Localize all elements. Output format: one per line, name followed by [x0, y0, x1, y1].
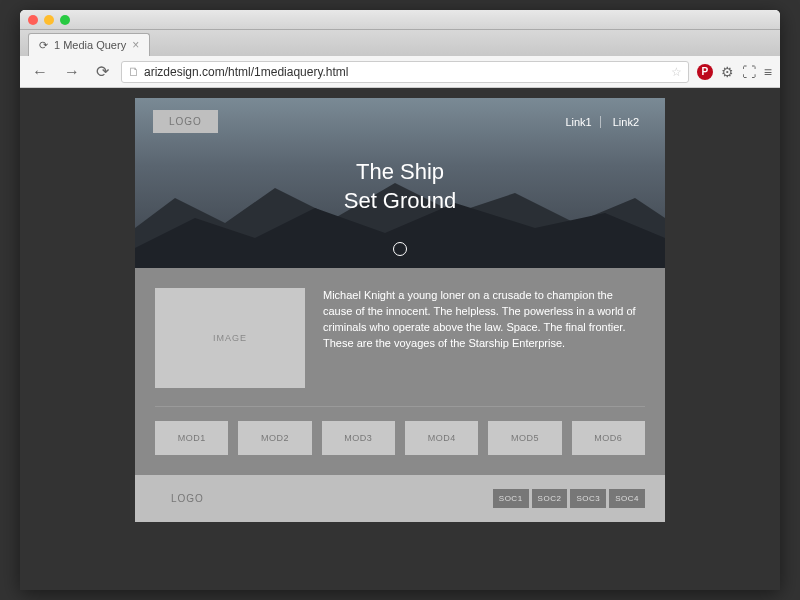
page-content: LOGO Link1 Link2 The Ship Set Ground IMA…	[135, 98, 665, 580]
hero-title: The Ship Set Ground	[135, 158, 665, 215]
divider	[155, 406, 645, 407]
hero-title-line2: Set Ground	[135, 187, 665, 216]
social-2[interactable]: SOC2	[532, 489, 568, 508]
menu-icon[interactable]: ≡	[764, 64, 772, 80]
minimize-window-button[interactable]	[44, 15, 54, 25]
module-3[interactable]: MOD3	[322, 421, 395, 455]
content-section: IMAGE Michael Knight a young loner on a …	[135, 268, 665, 475]
social-1[interactable]: SOC1	[493, 489, 529, 508]
module-1[interactable]: MOD1	[155, 421, 228, 455]
hero-section: LOGO Link1 Link2 The Ship Set Ground	[135, 98, 665, 268]
footer-logo[interactable]: LOGO	[155, 487, 220, 510]
page-icon: 🗋	[128, 65, 140, 79]
social-links: SOC1 SOC2 SOC3 SOC4	[493, 489, 645, 508]
footer-section: LOGO SOC1 SOC2 SOC3 SOC4	[135, 475, 665, 522]
nav-link-1[interactable]: Link1	[557, 116, 600, 128]
pinterest-icon[interactable]: P	[697, 64, 713, 80]
social-4[interactable]: SOC4	[609, 489, 645, 508]
traffic-lights	[28, 15, 70, 25]
bookmark-star-icon[interactable]: ☆	[671, 65, 682, 79]
forward-button[interactable]: →	[60, 61, 84, 83]
hero-header: LOGO Link1 Link2	[135, 110, 665, 133]
back-button[interactable]: ←	[28, 61, 52, 83]
scroll-indicator-icon[interactable]	[393, 242, 407, 256]
nav-links: Link1 Link2	[557, 116, 647, 128]
content-paragraph: Michael Knight a young loner on a crusad…	[323, 288, 645, 388]
browser-toolbar: ← → ⟳ 🗋 arizdesign.com/html/1mediaquery.…	[20, 56, 780, 88]
module-6[interactable]: MOD6	[572, 421, 645, 455]
module-2[interactable]: MOD2	[238, 421, 311, 455]
header-logo[interactable]: LOGO	[153, 110, 218, 133]
address-bar[interactable]: 🗋 arizdesign.com/html/1mediaquery.html ☆	[121, 61, 689, 83]
content-row: IMAGE Michael Knight a young loner on a …	[155, 288, 645, 388]
maximize-window-button[interactable]	[60, 15, 70, 25]
module-4[interactable]: MOD4	[405, 421, 478, 455]
module-row: MOD1 MOD2 MOD3 MOD4 MOD5 MOD6	[155, 421, 645, 455]
nav-link-2[interactable]: Link2	[605, 116, 647, 128]
reload-button[interactable]: ⟳	[92, 60, 113, 83]
browser-tab[interactable]: ⟳ 1 Media Query ×	[28, 33, 150, 56]
page-viewport[interactable]: LOGO Link1 Link2 The Ship Set Ground IMA…	[20, 88, 780, 590]
image-placeholder: IMAGE	[155, 288, 305, 388]
window-titlebar	[20, 10, 780, 30]
browser-window: ⟳ 1 Media Query × ← → ⟳ 🗋 arizdesign.com…	[20, 10, 780, 590]
devtools-icon[interactable]: ⛶	[742, 64, 756, 80]
tab-favicon: ⟳	[39, 39, 48, 52]
tab-title: 1 Media Query	[54, 39, 126, 51]
social-3[interactable]: SOC3	[570, 489, 606, 508]
settings-gear-icon[interactable]: ⚙	[721, 64, 734, 80]
hero-title-line1: The Ship	[135, 158, 665, 187]
tab-bar: ⟳ 1 Media Query ×	[20, 30, 780, 56]
url-text: arizdesign.com/html/1mediaquery.html	[144, 65, 349, 79]
close-window-button[interactable]	[28, 15, 38, 25]
module-5[interactable]: MOD5	[488, 421, 561, 455]
close-tab-icon[interactable]: ×	[132, 38, 139, 52]
